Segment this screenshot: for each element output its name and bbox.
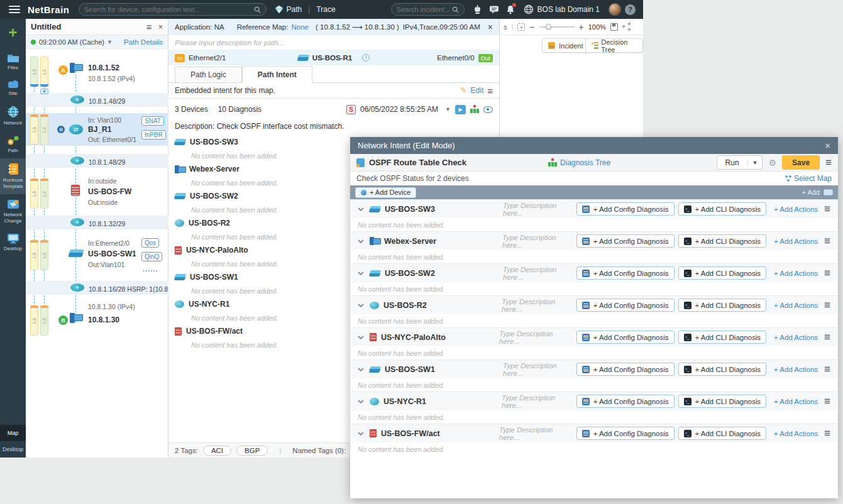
tag-bgp[interactable]: BGP — [236, 446, 268, 456]
tab-path-logic[interactable]: Path Logic — [175, 67, 242, 82]
switch-icon[interactable] — [69, 249, 84, 257]
description-input[interactable]: Type Description here... — [502, 298, 573, 313]
sidebar-item-runbook-template[interactable]: Runbook Template — [0, 158, 26, 194]
chevron-down-icon[interactable]: ▼ — [445, 106, 451, 112]
l3-strip[interactable]: L3 — [30, 114, 38, 145]
device-name[interactable]: Webex-Server — [384, 237, 502, 246]
row-menu-icon[interactable]: ≡ — [824, 204, 830, 214]
incident-button[interactable]: Incident — [542, 38, 590, 53]
device-name[interactable]: BJ_R1 — [88, 125, 111, 134]
add-actions-link[interactable]: + Add Actions — [774, 270, 818, 277]
rail-map-button[interactable]: Map — [0, 425, 26, 441]
add-actions-link[interactable]: + Add Actions — [774, 398, 818, 405]
l2-strip[interactable]: L2 — [40, 305, 48, 336]
host-icon[interactable] — [70, 63, 84, 74]
description-input[interactable]: Type Description here... — [499, 330, 573, 345]
add-config-diagnosis-button[interactable]: + Add Config Diagnosis — [576, 331, 675, 344]
row-menu-icon[interactable]: ≡ — [824, 364, 830, 375]
run-intent-button[interactable]: ▶ — [455, 105, 466, 114]
decision-tree-button[interactable]: Decision Tree — [585, 38, 643, 53]
device-name[interactable]: US-BOS-SW1 — [385, 365, 503, 374]
panel-menu-icon[interactable]: ≡ — [825, 157, 832, 168]
user-avatar[interactable] — [609, 3, 621, 16]
subnet-cloud-icon[interactable]: + — [70, 156, 84, 165]
zoom-in-button[interactable]: + — [579, 23, 584, 31]
chevron-down-icon[interactable] — [358, 400, 364, 403]
sidebar-item-network[interactable]: Network — [0, 101, 26, 131]
add-cli-diagnosis-button[interactable]: ›_+ Add CLI Diagnosis — [678, 234, 767, 248]
sidebar-item-network-change[interactable]: Network Change — [0, 194, 26, 229]
gear-icon[interactable]: ⚙ — [768, 158, 776, 168]
device-name[interactable]: US-BOS-FW — [88, 187, 131, 196]
inpbr-badge[interactable]: InPBR — [141, 130, 166, 140]
l2-strip[interactable]: L2 — [40, 114, 48, 145]
share-icon[interactable] — [622, 23, 631, 31]
l2-strip[interactable]: L2 — [40, 178, 48, 209]
chevron-down-icon[interactable]: ▼ — [107, 39, 113, 45]
add-new-button[interactable]: + — [8, 25, 17, 40]
close-icon[interactable]: × — [825, 140, 830, 151]
close-icon[interactable]: × — [488, 22, 493, 32]
device-name[interactable]: US-NYC-R1 — [383, 397, 502, 406]
help-icon[interactable]: ? — [625, 4, 636, 15]
row-menu-icon[interactable]: ≡ — [824, 428, 830, 439]
assistant-icon[interactable] — [470, 5, 486, 14]
device-name[interactable]: US-BOS-SW3 — [385, 205, 503, 214]
view-result-icon[interactable] — [483, 106, 493, 113]
add-button[interactable]: + Add — [802, 189, 833, 196]
chevron-down-icon[interactable] — [358, 336, 364, 339]
more-dots[interactable]: ...... — [143, 265, 158, 273]
chevron-down-icon[interactable] — [358, 368, 364, 371]
l3-strip[interactable]: L3 — [30, 57, 38, 87]
add-cli-diagnosis-button[interactable]: ›_+ Add CLI Diagnosis — [678, 266, 767, 280]
description-input[interactable]: Type Description here... — [502, 234, 573, 249]
sidebar-item-path[interactable]: Path — [0, 131, 26, 158]
incident-search-input[interactable] — [397, 6, 452, 13]
diagnosis-tree-icon[interactable] — [470, 105, 479, 114]
chevron-down-icon[interactable] — [358, 207, 364, 211]
last-run-timestamp[interactable]: 06/05/2022 8:55:25 AM — [360, 105, 438, 114]
edit-link[interactable]: Edit — [471, 86, 484, 95]
sidebar-item-desktop[interactable]: Desktop — [0, 229, 26, 256]
diagnosis-tree-link[interactable]: Diagnosis Tree — [548, 158, 610, 167]
run-dropdown-chevron[interactable]: ▼ — [747, 160, 763, 166]
snapshot-time[interactable]: 09:20:00 AM (Cache) — [39, 38, 104, 46]
zoom-out-button[interactable]: − — [529, 23, 534, 31]
snat-badge[interactable]: SNAT — [141, 116, 164, 126]
run-button[interactable]: Run ▼ — [717, 155, 763, 170]
add-actions-link[interactable]: + Add Actions — [774, 238, 818, 245]
path-details-link[interactable]: Path Details — [124, 38, 163, 46]
add-config-diagnosis-button[interactable]: + Add Config Diagnosis — [576, 202, 675, 216]
row-menu-icon[interactable]: ≡ — [824, 268, 830, 278]
add-device-button[interactable]: + Add Device — [355, 187, 416, 198]
select-map-link[interactable]: Select Map — [785, 174, 832, 183]
add-cli-diagnosis-button[interactable]: ›_+ Add CLI Diagnosis — [678, 363, 767, 376]
add-actions-link[interactable]: + Add Actions — [774, 205, 818, 213]
device-name[interactable]: US-BOS-R2 — [383, 301, 502, 310]
add-cli-diagnosis-button[interactable]: ›_+ Add CLI Diagnosis — [678, 427, 767, 440]
expand-chevron-icon[interactable]: ▼ — [40, 89, 48, 94]
l3-strip[interactable]: L3 — [30, 178, 38, 209]
path-button[interactable]: Path — [287, 5, 302, 14]
qos-badge[interactable]: Qos — [141, 238, 159, 248]
reference-map-value[interactable]: None — [291, 23, 309, 31]
tag-aci[interactable]: ACI — [203, 446, 231, 456]
add-config-diagnosis-button[interactable]: + Add Config Diagnosis — [576, 395, 675, 408]
pane-menu-icon[interactable]: ≡ — [146, 22, 152, 31]
subnet-cloud-icon[interactable]: + — [70, 283, 84, 292]
firewall-icon[interactable] — [71, 185, 80, 196]
row-menu-icon[interactable]: ≡ — [824, 236, 830, 246]
description-input[interactable]: Type Description here... — [503, 266, 573, 281]
add-config-diagnosis-button[interactable]: + Add Config Diagnosis — [576, 363, 675, 376]
router-icon[interactable]: ⇄ — [69, 124, 83, 134]
description-input[interactable]: Type Description here... — [499, 426, 573, 441]
add-cli-diagnosis-button[interactable]: ›_+ Add CLI Diagnosis — [678, 299, 767, 312]
description-input[interactable]: Type Description here... — [503, 362, 573, 377]
path-description-input[interactable]: Please input description for path... — [168, 35, 499, 50]
add-config-diagnosis-button[interactable]: + Add Config Diagnosis — [576, 299, 675, 312]
chevron-down-icon[interactable] — [358, 239, 364, 243]
chevron-down-icon[interactable] — [358, 432, 364, 436]
add-config-diagnosis-button[interactable]: + Add Config Diagnosis — [576, 427, 675, 440]
device-name[interactable]: US-BOS-SW2 — [385, 269, 503, 278]
add-cli-diagnosis-button[interactable]: ›_+ Add CLI Diagnosis — [678, 331, 767, 344]
